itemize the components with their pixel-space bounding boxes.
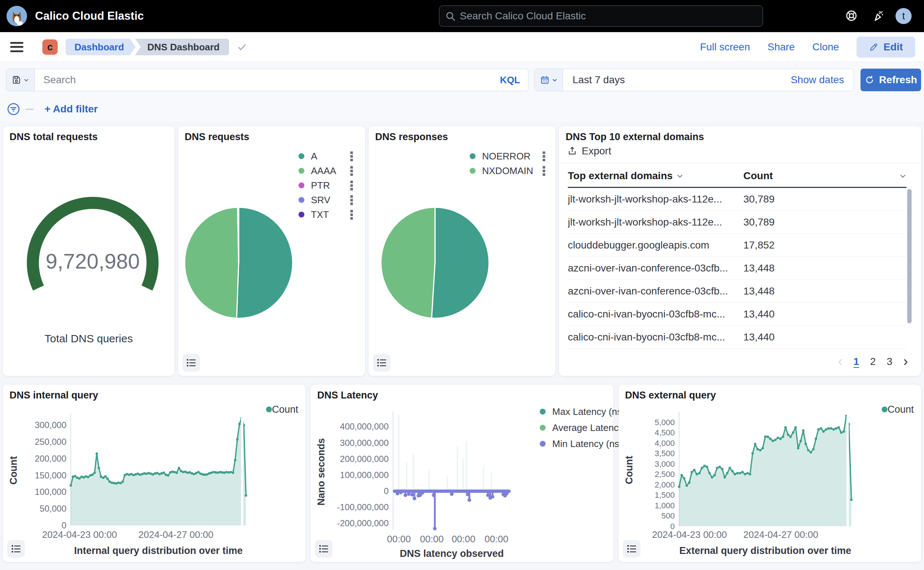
pagination-page-2[interactable]: 2: [870, 356, 876, 368]
svg-text:00:00: 00:00: [387, 533, 411, 544]
date-quick-menu-button[interactable]: [535, 69, 563, 91]
panel-dns-external-query: DNS external query Count 05001,0001,5002…: [619, 385, 921, 562]
kql-language-button[interactable]: KQL: [492, 74, 528, 86]
svg-text:200,000,000: 200,000,000: [340, 454, 389, 464]
table-row[interactable]: clouddebugger.googleapis.com17,852: [568, 234, 907, 257]
svg-text:500: 500: [661, 511, 675, 520]
add-filter-button[interactable]: + Add filter: [44, 103, 98, 115]
table-row[interactable]: jlt-worksh-jlt-workshop-aks-112e...30,78…: [568, 211, 907, 234]
svg-text:2,000: 2,000: [655, 480, 675, 489]
count-cell: 13,440: [743, 331, 775, 343]
legend-item[interactable]: TXT: [299, 207, 354, 222]
kql-search-control: KQL: [6, 69, 529, 91]
legend-item[interactable]: NXDOMAIN: [470, 164, 546, 178]
panel-title: DNS responses: [375, 131, 448, 142]
legend-item[interactable]: AAAA: [299, 164, 354, 178]
legend-item[interactable]: PTR: [299, 178, 354, 193]
table-body: jlt-worksh-jlt-workshop-aks-112e...30,78…: [568, 188, 907, 349]
legend-options-icon[interactable]: [349, 151, 354, 162]
newsfeed-party-popper-icon[interactable]: [872, 9, 884, 22]
project-badge[interactable]: c: [42, 40, 58, 55]
panel-title: DNS external query: [625, 390, 716, 401]
legend-item[interactable]: A: [299, 149, 354, 164]
pagination: ‹123›: [838, 354, 908, 369]
menu-hamburger-icon[interactable]: [10, 42, 23, 52]
check-icon[interactable]: [236, 41, 247, 52]
refresh-button-label: Refresh: [879, 74, 917, 86]
column-header-domains[interactable]: Top external domains: [568, 170, 683, 182]
help-life-ring-icon[interactable]: [845, 9, 858, 22]
legend-dot-icon: [299, 153, 304, 159]
pagination-next-icon[interactable]: ›: [903, 354, 908, 369]
svg-text:300,000,000: 300,000,000: [340, 438, 389, 448]
filter-icon[interactable]: [6, 102, 20, 116]
svg-text:200,000: 200,000: [35, 454, 66, 463]
svg-text:50,000: 50,000: [40, 504, 66, 513]
panel-legend-toggle-button[interactable]: [182, 354, 200, 371]
svg-text:-200,000,000: -200,000,000: [337, 518, 389, 528]
clone-button[interactable]: Clone: [812, 41, 839, 53]
breadcrumb-dashboard[interactable]: Dashboard: [66, 39, 136, 55]
legend-options-icon[interactable]: [349, 209, 354, 220]
legend-dot-icon: [299, 197, 304, 203]
svg-text:4,000: 4,000: [655, 439, 675, 448]
legend-options-icon[interactable]: [542, 151, 546, 162]
pagination-prev-icon[interactable]: ‹: [838, 354, 843, 369]
export-label: Export: [582, 145, 611, 157]
calendar-icon: [540, 75, 550, 85]
panel-title: DNS Top 10 external domains: [565, 131, 704, 142]
svg-text:00:00: 00:00: [452, 533, 475, 544]
search-input[interactable]: [35, 74, 492, 86]
panel-legend-toggle-button[interactable]: [373, 354, 391, 371]
panel-dns-requests: DNS requests AAAAAPTRSRVTXT: [178, 126, 365, 376]
panel-legend-toggle-button[interactable]: [7, 540, 25, 558]
legend-options-icon[interactable]: [349, 165, 354, 176]
calico-cat-logo-icon: [6, 6, 27, 26]
query-bar: KQL Last 7 days Show dates Refresh: [0, 62, 924, 97]
export-button[interactable]: Export: [567, 145, 611, 157]
dns-responses-pie[interactable]: [380, 206, 500, 323]
global-search[interactable]: [439, 6, 763, 27]
external-query-area-chart[interactable]: 05001,0001,5002,0002,5003,0003,5004,0004…: [625, 401, 915, 561]
count-cell: 13,440: [743, 308, 775, 320]
pagination-page-1[interactable]: 1: [854, 356, 860, 368]
edit-button[interactable]: Edit: [857, 37, 915, 58]
legend-options-icon[interactable]: [349, 180, 354, 191]
show-dates-button[interactable]: Show dates: [791, 74, 854, 86]
legend-item[interactable]: SRV: [299, 193, 354, 207]
panel-legend-toggle-button[interactable]: [315, 540, 333, 558]
table-row[interactable]: azcni-over-ivan-conference-03cfb...13,44…: [568, 257, 907, 280]
column-header-count[interactable]: Count: [743, 170, 907, 182]
legend-options-icon[interactable]: [349, 195, 354, 205]
share-button[interactable]: Share: [768, 41, 795, 53]
table-row[interactable]: calico-cni-ivan-byocni-03cfb8-mc...13,44…: [568, 303, 907, 326]
table-row[interactable]: jlt-worksh-jlt-workshop-aks-112e...30,78…: [568, 188, 907, 211]
table-scrollbar[interactable]: [907, 189, 912, 323]
panel-title: DNS requests: [185, 131, 249, 142]
domain-cell: calico-cni-ivan-byocni-03cfb8-mc...: [568, 308, 743, 320]
refresh-button[interactable]: Refresh: [861, 69, 921, 91]
svg-text:External query distribution ov: External query distribution over time: [679, 545, 851, 556]
saved-query-menu-button[interactable]: [6, 69, 35, 91]
global-search-input[interactable]: [460, 6, 755, 26]
latency-line-chart[interactable]: -200,000,000-100,000,0000100,000,000200,…: [317, 401, 608, 561]
domain-cell: azcni-over-ivan-conference-03cfb...: [568, 262, 743, 274]
calico-logo[interactable]: [6, 6, 27, 26]
dns-requests-pie[interactable]: [183, 206, 303, 323]
pagination-page-3[interactable]: 3: [887, 356, 893, 368]
chevron-down-icon: [552, 77, 558, 83]
legend-item[interactable]: NOERROR: [470, 149, 546, 164]
user-avatar[interactable]: t: [895, 8, 912, 24]
full-screen-button[interactable]: Full screen: [700, 41, 750, 53]
svg-text:1,000: 1,000: [655, 501, 675, 510]
breadcrumb-dns-dashboard[interactable]: DNS Dashboard: [135, 39, 229, 55]
svg-text:2024-04-23 00:00: 2024-04-23 00:00: [42, 529, 117, 540]
table-row[interactable]: azcni-over-ivan-conference-03cfb...13,44…: [568, 280, 907, 303]
time-range-value[interactable]: Last 7 days: [563, 74, 625, 86]
internal-query-area-chart[interactable]: 050,000100,000150,000200,000250,000300,0…: [9, 401, 299, 561]
table-row[interactable]: calico-cni-ivan-byocni-03cfb8-mc...13,44…: [568, 326, 907, 349]
panel-legend-toggle-button[interactable]: [623, 540, 641, 558]
divider: [559, 163, 921, 163]
legend-options-icon[interactable]: [542, 165, 546, 176]
filter-row: + Add filter: [0, 97, 924, 121]
